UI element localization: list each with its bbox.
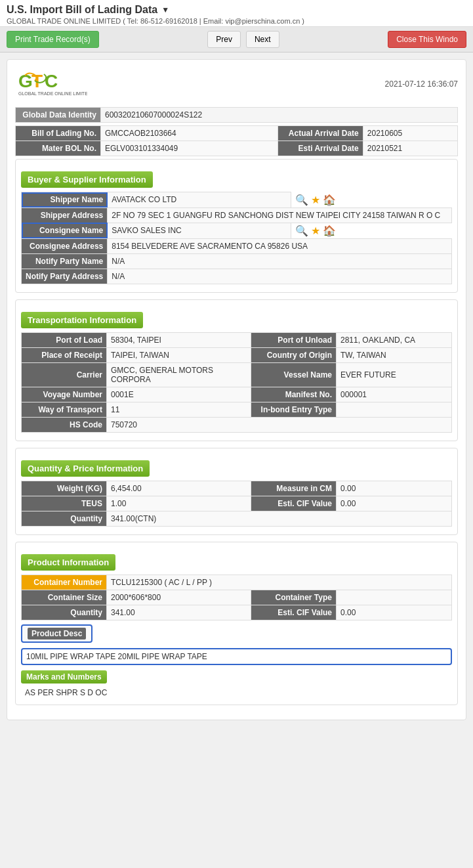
search-icon-2[interactable]: 🔍 bbox=[295, 225, 308, 237]
container-number-label: Container Number bbox=[22, 575, 107, 590]
carrier-value: GMCC, GENERAL MOTORS CORPORA bbox=[107, 362, 251, 387]
manifest-value: 000001 bbox=[337, 387, 452, 402]
weight-value: 6,454.00 bbox=[107, 481, 251, 496]
marks-value: AS PER SHPR S D OC bbox=[21, 686, 452, 699]
bol-label: Bill of Lading No. bbox=[16, 126, 101, 141]
weight-label: Weight (KG) bbox=[22, 481, 107, 496]
buyer-supplier-section: Buyer & Supplier Information Shipper Nam… bbox=[15, 159, 458, 293]
shipper-name-label: Shipper Name bbox=[22, 192, 108, 208]
bill-info-table: Bill of Lading No. GMCCAOB2103664 Actual… bbox=[15, 125, 458, 156]
container-type-label: Container Type bbox=[251, 590, 337, 605]
way-transport-value: 11 bbox=[107, 402, 251, 417]
esti-cif-value: 0.00 bbox=[337, 496, 452, 511]
container-number-value: TCLU1215300 ( AC / L / PP ) bbox=[107, 575, 452, 590]
star-icon-2[interactable]: ★ bbox=[311, 225, 320, 237]
voyage-value: 0001E bbox=[107, 387, 251, 402]
port-unload-value: 2811, OAKLAND, CA bbox=[337, 332, 452, 347]
product-desc-label: Product Desc bbox=[28, 628, 86, 640]
product-desc-value: 10MIL PIPE WRAP TAPE 20MIL PIPE WRAP TAP… bbox=[21, 648, 452, 665]
shipper-name-value: AVATACK CO LTD bbox=[108, 192, 291, 208]
print-button[interactable]: Print Trade Record(s) bbox=[7, 31, 99, 48]
notify-name-value: N/A bbox=[108, 253, 452, 269]
esti-arrival-value: 20210521 bbox=[363, 141, 457, 156]
product-esti-cif-value: 0.00 bbox=[337, 605, 452, 620]
country-origin-value: TW, TAIWAN bbox=[337, 347, 452, 362]
datetime: 2021-07-12 16:36:07 bbox=[385, 79, 458, 89]
company-logo: G T C GLOBAL TRADE ONLINE LIMITED bbox=[15, 68, 87, 100]
quantity-price-header: Quantity & Price Information bbox=[21, 460, 150, 477]
measure-label: Measure in CM bbox=[251, 481, 337, 496]
notify-name-label: Notify Party Name bbox=[22, 253, 108, 269]
logo-row: G T C GLOBAL TRADE ONLINE LIMITED 2021-0… bbox=[15, 68, 458, 100]
page-subtitle: GLOBAL TRADE ONLINE LIMITED ( Tel: 86-51… bbox=[7, 17, 466, 25]
inbond-label: In-bond Entry Type bbox=[251, 402, 337, 417]
marks-header: Marks and Numbers bbox=[21, 670, 107, 684]
master-bol-label: Mater BOL No. bbox=[16, 141, 101, 156]
page-title: U.S. Import Bill of Lading Data bbox=[7, 4, 157, 16]
svg-text:C: C bbox=[45, 71, 58, 91]
quantity-price-table: Weight (KG) 6,454.00 Measure in CM 0.00 … bbox=[21, 481, 452, 527]
consignee-icons: 🔍 ★ 🏠 bbox=[295, 225, 447, 237]
place-receipt-value: TAIPEI, TAIWAN bbox=[107, 347, 251, 362]
product-section: Product Information Container Number TCL… bbox=[15, 542, 458, 705]
container-size-label: Container Size bbox=[22, 590, 107, 605]
global-data-table: Global Data Identity 600320210607000024S… bbox=[15, 107, 458, 123]
toolbar: Print Trade Record(s) Prev Next Close Th… bbox=[0, 27, 473, 53]
home-icon[interactable]: 🏠 bbox=[323, 194, 336, 206]
consignee-address-value: 8154 BELVEDERE AVE SACRAMENTO CA 95826 U… bbox=[108, 238, 452, 253]
vessel-label: Vessel Name bbox=[251, 362, 337, 387]
transportation-table: Port of Load 58304, TAIPEI Port of Unloa… bbox=[21, 332, 452, 433]
quantity-label: Quantity bbox=[22, 511, 107, 526]
bol-value: GMCCAOB2103664 bbox=[101, 126, 278, 141]
inbond-value bbox=[337, 402, 452, 417]
port-load-label: Port of Load bbox=[22, 332, 107, 347]
transportation-header: Transportation Information bbox=[21, 312, 143, 328]
vessel-value: EVER FUTURE bbox=[337, 362, 452, 387]
product-header: Product Information bbox=[21, 554, 115, 571]
main-content: G T C GLOBAL TRADE ONLINE LIMITED 2021-0… bbox=[7, 59, 466, 720]
manifest-label: Manifest No. bbox=[251, 387, 337, 402]
hs-code-value: 750720 bbox=[107, 417, 452, 432]
notify-address-value: N/A bbox=[108, 269, 452, 284]
shipper-address-label: Shipper Address bbox=[22, 207, 108, 223]
global-identity-label: Global Data Identity bbox=[16, 108, 101, 123]
port-unload-label: Port of Unload bbox=[251, 332, 337, 347]
buyer-supplier-table: Shipper Name AVATACK CO LTD 🔍 ★ 🏠 Shippe… bbox=[21, 192, 452, 284]
next-button[interactable]: Next bbox=[246, 31, 279, 48]
arrival-label: Actual Arrival Date bbox=[278, 126, 363, 141]
shipper-address-value: 2F NO 79 SEC 1 GUANGFU RD SANCHONG DIST … bbox=[108, 207, 452, 223]
global-identity-value: 600320210607000024S122 bbox=[101, 108, 458, 123]
esti-arrival-label: Esti Arrival Date bbox=[278, 141, 363, 156]
transportation-section: Transportation Information Port of Load … bbox=[15, 299, 458, 441]
notify-address-label: Notify Party Address bbox=[22, 269, 108, 284]
arrival-value: 20210605 bbox=[363, 126, 457, 141]
way-transport-label: Way of Transport bbox=[22, 402, 107, 417]
product-quantity-value: 341.00 bbox=[107, 605, 251, 620]
product-esti-cif-label: Esti. CIF Value bbox=[251, 605, 337, 620]
teus-value: 1.00 bbox=[107, 496, 251, 511]
country-origin-label: Country of Origin bbox=[251, 347, 337, 362]
container-size-value: 2000*606*800 bbox=[107, 590, 251, 605]
place-receipt-label: Place of Receipt bbox=[22, 347, 107, 362]
dropdown-icon[interactable]: ▼ bbox=[161, 5, 169, 14]
product-quantity-label: Quantity bbox=[22, 605, 107, 620]
shipper-icons: 🔍 ★ 🏠 bbox=[295, 194, 447, 206]
star-icon[interactable]: ★ bbox=[311, 194, 320, 206]
carrier-label: Carrier bbox=[22, 362, 107, 387]
quantity-price-section: Quantity & Price Information Weight (KG)… bbox=[15, 448, 458, 535]
buyer-supplier-header: Buyer & Supplier Information bbox=[21, 171, 153, 188]
product-table: Container Number TCLU1215300 ( AC / L / … bbox=[21, 575, 452, 620]
page-header: U.S. Import Bill of Lading Data ▼ GLOBAL… bbox=[0, 0, 473, 27]
consignee-address-label: Consignee Address bbox=[22, 238, 108, 253]
svg-text:GLOBAL TRADE ONLINE LIMITED: GLOBAL TRADE ONLINE LIMITED bbox=[18, 91, 87, 96]
search-icon[interactable]: 🔍 bbox=[295, 194, 308, 206]
logo-area: G T C GLOBAL TRADE ONLINE LIMITED bbox=[15, 68, 87, 100]
port-load-value: 58304, TAIPEI bbox=[107, 332, 251, 347]
hs-code-label: HS Code bbox=[22, 417, 107, 432]
prev-button[interactable]: Prev bbox=[207, 31, 241, 48]
close-button[interactable]: Close This Windo bbox=[388, 31, 466, 48]
consignee-name-value: SAVKO SALES INC bbox=[108, 223, 291, 238]
container-type-value bbox=[337, 590, 452, 605]
home-icon-2[interactable]: 🏠 bbox=[323, 225, 336, 237]
master-bol-value: EGLV003101334049 bbox=[101, 141, 278, 156]
